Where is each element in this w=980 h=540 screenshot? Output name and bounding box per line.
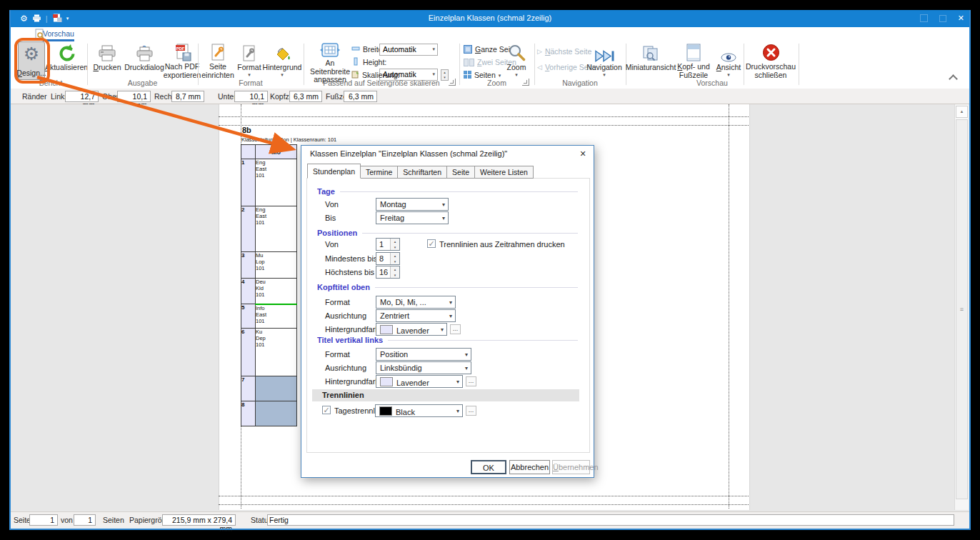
section-titel-vertikal-links: Titel vertikal links	[317, 336, 578, 344]
breite-select[interactable]: Automatik ▾	[379, 44, 438, 56]
fusszeile-field[interactable]: 6,3 mm	[344, 91, 377, 102]
scroll-up-icon[interactable]: ▲	[956, 106, 968, 118]
refresh-icon	[57, 42, 76, 63]
pdf-export-icon[interactable]	[52, 12, 62, 25]
tab-stundenplan[interactable]: Stundenplan	[307, 164, 361, 179]
links-field[interactable]: 12,7 mm	[65, 91, 99, 102]
window-border	[9, 10, 11, 529]
group-label-navigation: Navigation	[534, 79, 626, 87]
von-label: von	[61, 516, 73, 524]
tage-von-select[interactable]: Montag▾	[376, 198, 449, 211]
tagestrennlinie-farbe-more-button[interactable]: ...	[466, 406, 476, 416]
hoechstens-bis-stepper[interactable]: 16 ▴▾	[376, 266, 400, 279]
header-guide-top	[219, 125, 749, 126]
empty-lesson-cell	[256, 401, 297, 426]
aktualisieren-button[interactable]: Aktualisieren	[46, 42, 87, 79]
tab-vorschau[interactable]: Vorschau	[41, 29, 76, 38]
chevron-down-icon: ▾	[449, 313, 452, 319]
papiergroesse-field[interactable]: 215,9 mm x 279,4 mm	[162, 514, 236, 526]
seite-einrichten-button[interactable]: Seite einrichten	[201, 42, 234, 79]
kopftitel-format-select[interactable]: Mo, Di, Mi, ...▾	[376, 296, 456, 309]
window-border	[969, 10, 971, 529]
cancel-button[interactable]: Abbrechen	[509, 460, 550, 474]
dialog-close-icon[interactable]: ✕	[576, 148, 590, 160]
an-seitenbreite-anpassen-button[interactable]: An Seitenbreite anpassen	[306, 42, 354, 79]
table-row: 5 InfoEast101	[241, 304, 297, 329]
svg-text:PDF: PDF	[176, 46, 184, 51]
dialog-tabs: Stundenplan Termine Schriftarten Seite W…	[307, 164, 533, 179]
height-row: Height:	[351, 56, 386, 68]
close-window-icon[interactable]: ✕	[958, 14, 964, 23]
fullscreen-icon[interactable]	[920, 14, 928, 22]
section-tage: Tage	[317, 187, 578, 196]
window-border	[9, 529, 971, 530]
tab-seite[interactable]: Seite	[446, 166, 475, 179]
table-row: 6 KuDep101	[241, 329, 297, 376]
dialog-launcher-icon[interactable]	[449, 79, 456, 86]
titel-ausrichtung-select[interactable]: Linksbündig▾	[376, 361, 471, 374]
druckdialog-button[interactable]: ? Druckdialog	[126, 42, 163, 79]
pos-von-stepper[interactable]: 1 ▴▾	[376, 238, 400, 251]
print-icon[interactable]	[32, 12, 41, 25]
oben-field[interactable]: 10,1 mm	[117, 91, 151, 102]
breite-value: Automatik	[383, 45, 416, 54]
chevron-down-icon: ▾	[442, 215, 445, 221]
tab-weitere-listen[interactable]: Weitere Listen	[474, 166, 534, 179]
header-footer-icon	[686, 42, 701, 62]
hoechstens-bis-label: Höchstens bis	[325, 268, 374, 276]
titel-format-select[interactable]: Position▾	[376, 348, 471, 361]
miniaturansicht-button[interactable]: Miniaturansicht	[630, 42, 671, 79]
hintergrund-button[interactable]: Hintergrund ▾	[263, 42, 301, 79]
zoom-button[interactable]: Zoom ▾	[501, 42, 531, 79]
ok-button[interactable]: OK	[471, 460, 506, 474]
color-swatch-lavender	[380, 325, 393, 334]
design-button[interactable]: ⚙ Design...	[18, 41, 45, 80]
dialog-launcher-icon[interactable]	[522, 79, 529, 86]
kopftitel-farbe-select[interactable]: Lavender▾	[376, 323, 447, 336]
width-icon	[351, 45, 360, 54]
kopf-fusszeile-button[interactable]: Kopf- und Fußzeile	[673, 42, 714, 79]
chevron-down-icon: ▾	[603, 72, 606, 77]
settings-gear-icon[interactable]: ⚙	[20, 14, 28, 24]
apply-button[interactable]: Übernehmen	[552, 460, 590, 474]
scrollbar-thumb[interactable]: ≡	[956, 119, 968, 499]
drucken-button[interactable]: Drucken	[90, 42, 124, 79]
tab-termine[interactable]: Termine	[360, 166, 398, 179]
ribbon-separator	[799, 44, 799, 85]
empty-lesson-cell	[256, 376, 297, 401]
tage-bis-select[interactable]: Freitag▾	[376, 211, 449, 224]
printer-dialog-icon: ?	[135, 42, 154, 63]
titel-farbe-more-button[interactable]: ...	[466, 376, 476, 386]
hintergrund-label: Hintergrund	[263, 64, 302, 72]
trennlinien-zeitrahmen-checkbox[interactable]: ✓	[427, 239, 436, 248]
tagestrennlinie-farbe-select[interactable]: Black▾	[375, 404, 463, 417]
mindestens-bis-stepper[interactable]: 8 ▴▾	[376, 252, 400, 265]
class-title: 8b	[242, 126, 251, 134]
table-row: 2 EngEast101	[241, 206, 297, 252]
spin-up-icon[interactable]: ▴	[441, 70, 448, 75]
ansicht-button[interactable]: Ansicht ▾	[716, 42, 741, 79]
von-field[interactable]: 1	[74, 514, 96, 526]
tagestrennlinie-checkbox[interactable]: ✓	[322, 406, 331, 414]
mindestens-bis-label: Mindestens bis	[325, 254, 377, 263]
chevron-down-icon[interactable]: ▾	[66, 16, 69, 21]
maximize-icon[interactable]	[939, 15, 946, 22]
naechste-seite-button[interactable]: ▷ Nächste Seite	[537, 46, 591, 57]
schliessen-label: Druckvorschau schließen	[746, 63, 796, 79]
titel-farbe-select[interactable]: Lavender▾	[376, 375, 463, 388]
pdf-export-button[interactable]: PDF Nach PDF exportieren	[164, 42, 200, 79]
tab-schriftarten[interactable]: Schriftarten	[397, 166, 447, 179]
rechts-field[interactable]: 8,7 mm	[171, 91, 204, 102]
kopfzeile-field[interactable]: 6,3 mm	[289, 91, 322, 102]
table-row: 4 DeuKid101	[241, 279, 297, 304]
druckvorschau-schliessen-button[interactable]: Druckvorschau schließen	[747, 42, 794, 79]
unten-field[interactable]: 10,1 mm	[234, 91, 268, 102]
page-setup-icon	[209, 42, 226, 62]
kopftitel-ausrichtung-select[interactable]: Zentriert▾	[376, 309, 456, 322]
format-button[interactable]: Format ▾	[236, 42, 263, 79]
navigation-button[interactable]: Navigation ▾	[586, 42, 623, 79]
kopftitel-farbe-more-button[interactable]: ...	[450, 324, 461, 334]
group-label-vorschau: Vorschau	[626, 79, 799, 87]
section-trennlinien: Trennlinien	[312, 389, 579, 401]
seite-field[interactable]: 1	[29, 514, 58, 526]
